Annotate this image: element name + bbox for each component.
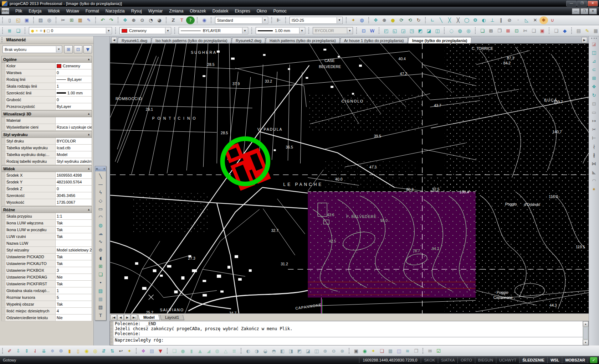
property-value[interactable]: Model xyxy=(56,151,92,158)
status-toggle-siatka[interactable]: SIATKA xyxy=(438,357,458,363)
chevron-down-icon[interactable]: ▼ xyxy=(56,46,61,52)
property-value[interactable]: 1609550.4398 xyxy=(56,172,92,178)
ucs-object-icon[interactable]: ◍ xyxy=(456,27,464,35)
view-top-icon[interactable]: ◰ xyxy=(382,27,390,35)
text-style-icon[interactable]: T xyxy=(178,16,186,24)
subtract-icon[interactable]: ◑ xyxy=(252,347,261,355)
circle-icon[interactable]: ◍ xyxy=(96,221,105,229)
property-value[interactable]: ByLayer xyxy=(56,76,92,83)
menu-edycja[interactable]: Edycja xyxy=(25,7,45,15)
status-toggle-biegun[interactable]: BIEGUN xyxy=(475,357,496,363)
scroll-up-icon[interactable]: ▲ xyxy=(583,321,588,327)
snap-magnet-icon[interactable]: ∪ xyxy=(548,16,557,24)
insert-block-icon[interactable]: ⊞ xyxy=(96,262,105,270)
menu-rysuj[interactable]: Rysuj xyxy=(128,7,145,15)
pan-realtime-icon[interactable]: ✥ xyxy=(372,16,380,24)
property-value[interactable]: 0 xyxy=(56,97,92,103)
color-combo[interactable]: Czerwony▼ xyxy=(119,27,171,34)
snap-parallel-icon[interactable]: ∥ xyxy=(497,16,505,24)
scale-icon[interactable]: ⊡ xyxy=(590,99,598,108)
snap-center-icon[interactable]: ◯ xyxy=(462,16,471,24)
solid-pyramid-icon[interactable]: △ xyxy=(221,347,230,355)
rt-zoom-icon[interactable]: ⟳ xyxy=(397,16,406,24)
chevron-down-icon[interactable]: ▼ xyxy=(165,28,170,33)
maximize-button[interactable]: ❐ xyxy=(577,1,587,6)
property-value[interactable]: Tak xyxy=(56,233,92,240)
mdi-close-button[interactable]: ✕ xyxy=(589,8,597,14)
mdi-minimize-button[interactable]: — xyxy=(572,8,580,14)
ucs-view-icon[interactable]: ◎ xyxy=(464,27,473,35)
selection-combo[interactable]: Brak wyboru ▼ xyxy=(2,46,62,53)
hatch-icon[interactable]: ▨ xyxy=(96,287,105,295)
trim-icon[interactable]: ✂ xyxy=(590,125,598,134)
construction-line-icon[interactable]: — xyxy=(96,180,105,188)
property-value[interactable]: Czerwony xyxy=(56,63,92,69)
line-icon[interactable]: ╲ xyxy=(96,172,105,180)
paste-icon[interactable]: ▦ xyxy=(76,16,85,24)
last-tab-button[interactable]: ▶| xyxy=(131,314,137,321)
snap-perpendicular-icon[interactable]: ⊥ xyxy=(488,16,497,24)
solid-cone-icon[interactable]: ▲ xyxy=(196,347,204,355)
layer-lock-icon[interactable]: ▮ xyxy=(65,347,74,355)
array-icon[interactable]: ⊞ xyxy=(590,74,598,82)
erase-icon[interactable]: ◪ xyxy=(590,40,598,48)
point-icon[interactable]: • xyxy=(96,279,105,287)
prev-tab-button[interactable]: ◀ xyxy=(117,314,124,321)
dwg-document-icon[interactable]: DWG xyxy=(1,8,9,14)
property-value[interactable]: Tak xyxy=(56,260,92,267)
publish-web-icon[interactable]: ◍ xyxy=(358,16,366,24)
plotstyle-combo[interactable]: BYCOLOR▼ xyxy=(313,27,353,34)
edit-attributes-icon[interactable]: ✎ xyxy=(583,27,592,35)
layer-off-icon[interactable]: ❆ xyxy=(57,347,65,355)
property-value[interactable]: Tak xyxy=(56,227,92,233)
chevron-down-icon[interactable]: ▼ xyxy=(106,28,111,33)
solid-sphere-icon[interactable]: ● xyxy=(179,347,187,355)
property-value[interactable]: Icad.ctb xyxy=(56,145,92,151)
snap-from-icon[interactable]: ∟ xyxy=(428,16,437,24)
layer-unisolate-icon[interactable]: ⇊ xyxy=(40,347,48,355)
property-value[interactable] xyxy=(56,117,92,124)
save-file-icon[interactable]: ▣ xyxy=(22,16,31,24)
layer-freeze-icon[interactable]: ❄ xyxy=(48,347,57,355)
property-value[interactable]: 0 xyxy=(56,69,92,76)
solids-blue-icon[interactable]: ◆ xyxy=(560,27,569,35)
layer-states-icon[interactable]: ❏ xyxy=(14,27,22,35)
property-value[interactable]: 1735.0067 xyxy=(56,199,92,206)
snap-settings-icon[interactable]: ✱ xyxy=(539,16,548,24)
next-tab-button[interactable]: ▶ xyxy=(124,314,130,321)
layer-previous-icon[interactable]: ⇕ xyxy=(22,347,31,355)
block-create-icon[interactable]: ❏ xyxy=(478,27,487,35)
status-toggle-mobszar[interactable]: MOBSZAR xyxy=(562,357,588,363)
orbit-sphere-icon[interactable]: ● xyxy=(389,16,397,24)
lineweight-combo[interactable]: 1.00 mm▼ xyxy=(256,27,305,34)
collapse-icon[interactable]: ▲ xyxy=(87,133,90,136)
select-window-icon[interactable]: ⊡ xyxy=(359,27,368,35)
make-block-icon[interactable]: ❏ xyxy=(96,270,105,279)
revision-cloud-icon[interactable]: ☁ xyxy=(96,229,105,238)
property-value[interactable]: Model szkieletowy 2 xyxy=(56,247,92,253)
wblock-icon[interactable]: W xyxy=(368,27,377,35)
menu-obrazek[interactable]: Obrazek xyxy=(186,7,209,15)
snap-tangent-icon[interactable]: ◐ xyxy=(480,16,488,24)
print-preview-icon[interactable]: ◎ xyxy=(45,16,53,24)
menu-format[interactable]: Format xyxy=(82,7,102,15)
status-toggle-uchwyt[interactable]: UCHWYT xyxy=(496,357,519,363)
menu-pomoc[interactable]: Pomoc xyxy=(270,7,290,15)
polygon-icon[interactable]: ◇ xyxy=(96,197,105,205)
layer-make-current-icon[interactable]: ⇩ xyxy=(14,347,22,355)
print-icon[interactable]: ▤ xyxy=(36,16,45,24)
gradient-icon[interactable]: ▩ xyxy=(96,295,105,303)
chevron-down-icon[interactable]: ▼ xyxy=(299,28,304,33)
scroll-thumb[interactable] xyxy=(583,327,588,339)
collapse-icon[interactable]: ▲ xyxy=(87,167,90,170)
zoom-dynamic-icon[interactable]: ⊙ xyxy=(138,16,147,24)
snap-endpoint-icon[interactable]: ╲ xyxy=(437,16,445,24)
menu-okno[interactable]: Okno xyxy=(254,7,270,15)
spline-icon[interactable]: ∿ xyxy=(96,238,105,246)
entity-track-icon[interactable]: ◉ xyxy=(200,16,209,24)
layer-combo[interactable]: ●☀❄▮□0▼ xyxy=(29,27,112,34)
tab-scroll-right-icon[interactable]: ▶ xyxy=(582,37,587,43)
layout-tab-model[interactable]: Model xyxy=(138,315,160,320)
scroll-down-icon[interactable]: ▼ xyxy=(583,340,588,345)
filter-button[interactable]: ▼ xyxy=(83,45,92,53)
